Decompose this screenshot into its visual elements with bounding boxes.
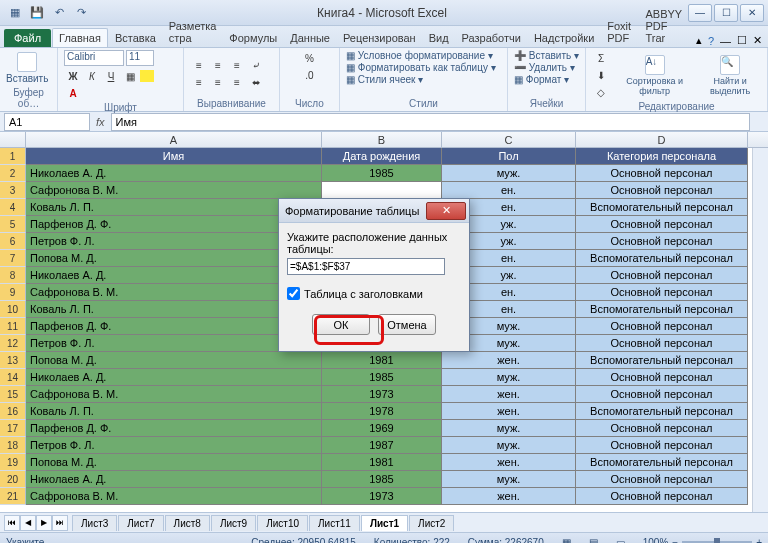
range-input[interactable] (287, 258, 445, 275)
border-button[interactable]: ▦ (121, 68, 139, 84)
row-header[interactable]: 21 (0, 488, 26, 505)
row-header[interactable]: 2 (0, 165, 26, 182)
cell[interactable]: ен. (442, 182, 576, 199)
row-header[interactable]: 20 (0, 471, 26, 488)
cell[interactable]: 1985 (322, 369, 442, 386)
align-mid-icon[interactable]: ≡ (209, 57, 227, 73)
dialog-titlebar[interactable]: Форматирование таблицы ✕ (279, 199, 469, 223)
cell[interactable]: Основной персонал (576, 267, 748, 284)
fill-color-button[interactable] (140, 70, 154, 82)
row-header[interactable]: 14 (0, 369, 26, 386)
sheet-tab[interactable]: Лист8 (165, 515, 210, 531)
row-header[interactable]: 7 (0, 250, 26, 267)
name-box[interactable]: A1 (4, 113, 90, 131)
header-cell[interactable]: Имя (26, 148, 322, 165)
find-select-button[interactable]: 🔍Найти и выделить (699, 55, 761, 96)
cell[interactable]: Основной персонал (576, 284, 748, 301)
cell[interactable]: 1981 (322, 454, 442, 471)
cell[interactable]: 1973 (322, 386, 442, 403)
view-layout-icon[interactable]: ▤ (589, 537, 598, 543)
merge-icon[interactable]: ⬌ (247, 74, 265, 90)
cond-format-button[interactable]: ▦ Условное форматирование ▾ (346, 50, 493, 61)
doc-close-icon[interactable]: ✕ (753, 34, 762, 47)
cell[interactable]: Вспомогательный персонал (576, 403, 748, 420)
col-C[interactable]: C (442, 132, 576, 147)
col-D[interactable]: D (576, 132, 748, 147)
cell[interactable]: 1987 (322, 437, 442, 454)
cell[interactable]: Сафронова В. М. (26, 488, 322, 505)
row-header[interactable]: 6 (0, 233, 26, 250)
align-center-icon[interactable]: ≡ (209, 74, 227, 90)
cell[interactable] (322, 182, 442, 199)
cell[interactable]: жен. (442, 352, 576, 369)
cell[interactable]: Вспомогательный персонал (576, 352, 748, 369)
cell[interactable]: жен. (442, 403, 576, 420)
row-header[interactable]: 1 (0, 148, 26, 165)
header-cell[interactable]: Категория персонала (576, 148, 748, 165)
headers-checkbox[interactable] (287, 287, 300, 300)
help-icon[interactable]: ? (708, 35, 714, 47)
cell[interactable]: Попова М. Д. (26, 454, 322, 471)
cell[interactable]: Основной персонал (576, 233, 748, 250)
zoom-control[interactable]: 100% −+ (643, 537, 762, 543)
cell[interactable]: Основной персонал (576, 165, 748, 182)
format-table-button[interactable]: ▦ Форматировать как таблицу ▾ (346, 62, 496, 73)
fill-icon[interactable]: ⬇ (592, 67, 610, 83)
ribbon-minimize-icon[interactable]: ▴ (696, 34, 702, 47)
cell-styles-button[interactable]: ▦ Стили ячеек ▾ (346, 74, 423, 85)
wrap-icon[interactable]: ⤶ (247, 57, 265, 73)
formula-input[interactable]: Имя (111, 113, 750, 131)
tab-data[interactable]: Данные (284, 29, 336, 47)
cell[interactable]: 1985 (322, 165, 442, 182)
cell[interactable]: Основной персонал (576, 335, 748, 352)
insert-cells-button[interactable]: ➕ Вставить ▾ (514, 50, 579, 61)
clear-icon[interactable]: ◇ (592, 84, 610, 100)
row-header[interactable]: 5 (0, 216, 26, 233)
row-header[interactable]: 19 (0, 454, 26, 471)
redo-icon[interactable]: ↷ (72, 3, 90, 21)
cell[interactable]: жен. (442, 488, 576, 505)
sheet-tab[interactable]: Лист11 (309, 515, 360, 531)
cell[interactable]: Николаев А. Д. (26, 165, 322, 182)
row-header[interactable]: 15 (0, 386, 26, 403)
cell[interactable]: 1973 (322, 488, 442, 505)
cell[interactable]: муж. (442, 369, 576, 386)
cell[interactable]: Петров Ф. Л. (26, 437, 322, 454)
file-tab[interactable]: Файл (4, 29, 51, 47)
cell[interactable]: Попова М. Д. (26, 352, 322, 369)
cell[interactable]: Вспомогательный персонал (576, 250, 748, 267)
row-header[interactable]: 16 (0, 403, 26, 420)
cell[interactable]: Основной персонал (576, 488, 748, 505)
decimal-inc-icon[interactable]: .0 (301, 67, 319, 83)
cell[interactable]: Николаев А. Д. (26, 471, 322, 488)
sheet-nav-next[interactable]: ▶ (36, 515, 52, 531)
cell[interactable]: Сафронова В. М. (26, 182, 322, 199)
align-bot-icon[interactable]: ≡ (228, 57, 246, 73)
cell[interactable]: Сафронова В. М. (26, 386, 322, 403)
tab-review[interactable]: Рецензирован (337, 29, 422, 47)
delete-cells-button[interactable]: ➖ Удалить ▾ (514, 62, 575, 73)
autosum-icon[interactable]: Σ (592, 50, 610, 66)
tab-foxit[interactable]: Foxit PDF (601, 17, 638, 47)
sheet-tab[interactable]: Лист9 (211, 515, 256, 531)
dialog-close-button[interactable]: ✕ (426, 202, 466, 220)
col-A[interactable]: A (26, 132, 322, 147)
row-header[interactable]: 8 (0, 267, 26, 284)
cell[interactable]: Основной персонал (576, 182, 748, 199)
row-header[interactable]: 17 (0, 420, 26, 437)
cell[interactable]: Основной персонал (576, 386, 748, 403)
currency-icon[interactable]: % (301, 50, 319, 66)
tab-insert[interactable]: Вставка (109, 29, 162, 47)
cell[interactable]: муж. (442, 420, 576, 437)
cell[interactable]: Вспомогательный персонал (576, 454, 748, 471)
cell[interactable]: 1969 (322, 420, 442, 437)
save-icon[interactable]: 💾 (28, 3, 46, 21)
font-color-button[interactable]: A (64, 85, 82, 101)
sheet-nav-prev[interactable]: ◀ (20, 515, 36, 531)
cell[interactable]: 1981 (322, 352, 442, 369)
cell[interactable]: жен. (442, 386, 576, 403)
undo-icon[interactable]: ↶ (50, 3, 68, 21)
format-cells-button[interactable]: ▦ Формат ▾ (514, 74, 569, 85)
ok-button[interactable]: ОК (312, 314, 370, 335)
cell[interactable]: 1985 (322, 471, 442, 488)
